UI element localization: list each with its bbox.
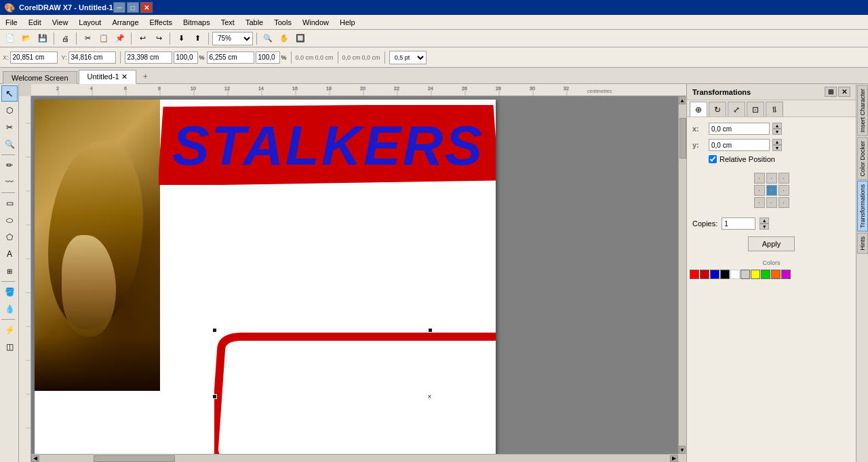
anchor-tl[interactable]: · <box>754 173 765 184</box>
vertical-scrollbar[interactable]: ▲ ▼ <box>678 96 686 454</box>
vscroll-thumb[interactable] <box>679 118 686 159</box>
hscroll-thumb[interactable] <box>94 455 175 462</box>
print-button[interactable]: 🖨 <box>58 31 73 46</box>
canvas-area[interactable]: STALKERS <box>31 96 678 454</box>
color-swatch-white[interactable] <box>730 270 740 279</box>
select-tool[interactable]: ↖ <box>1 85 18 102</box>
color-swatch-black[interactable] <box>720 270 730 279</box>
menu-file[interactable]: File <box>0 15 23 29</box>
height-input[interactable] <box>207 51 254 64</box>
maximize-button[interactable]: □ <box>127 2 139 13</box>
anchor-br[interactable]: · <box>778 197 789 208</box>
y-field-input[interactable] <box>709 139 770 151</box>
scroll-left-button[interactable]: ◀ <box>31 455 39 462</box>
tab-color-docker[interactable]: Color Docker <box>857 138 868 180</box>
smart-draw-tool[interactable]: 〰 <box>1 174 18 190</box>
anchor-tc[interactable]: · <box>766 173 777 184</box>
y-spin-down[interactable]: ▼ <box>772 145 782 151</box>
x-spin-up[interactable]: ▲ <box>772 123 782 129</box>
undo-button[interactable]: ↩ <box>135 31 150 46</box>
color-swatch-red[interactable] <box>690 270 699 279</box>
trans-tab-rotate[interactable]: ↻ <box>709 102 726 117</box>
panel-close-button[interactable]: ✕ <box>838 87 850 97</box>
menu-bitmaps[interactable]: Bitmaps <box>178 15 216 29</box>
copies-spin-up[interactable]: ▲ <box>760 217 769 224</box>
table-tool[interactable]: ⊞ <box>1 263 18 279</box>
menu-effects[interactable]: Effects <box>144 15 178 29</box>
menu-layout[interactable]: Layout <box>73 15 106 29</box>
tab-add-button[interactable]: + <box>138 70 153 83</box>
anchor-bl[interactable]: · <box>754 197 765 208</box>
height-pct-input[interactable] <box>256 51 280 64</box>
scroll-up-button[interactable]: ▲ <box>679 96 686 104</box>
copies-input[interactable] <box>722 217 755 230</box>
paste-button[interactable]: 📌 <box>113 31 127 46</box>
export-button[interactable]: ⬆ <box>190 31 205 46</box>
pan-button[interactable]: ✋ <box>277 31 292 46</box>
trans-tab-size[interactable]: ⊡ <box>747 102 764 117</box>
anchor-tr[interactable]: · <box>778 173 789 184</box>
scroll-right-button[interactable]: ▶ <box>670 455 678 462</box>
anchor-ml[interactable]: · <box>754 185 765 196</box>
menu-arrange[interactable]: Arrange <box>106 15 144 29</box>
trans-tab-skew[interactable]: ⥮ <box>766 102 783 117</box>
trans-tab-scale[interactable]: ⤢ <box>728 102 745 117</box>
zoom-select[interactable]: 75% 100% 150% <box>212 32 253 45</box>
tab-welcome[interactable]: Welcome Screen <box>3 71 77 84</box>
minimize-button[interactable]: ─ <box>113 2 125 13</box>
color-swatch-green[interactable] <box>761 270 770 279</box>
horizontal-scrollbar[interactable]: ◀ ▶ <box>31 454 678 462</box>
menu-tools[interactable]: Tools <box>269 15 297 29</box>
save-button[interactable]: 💾 <box>35 31 50 46</box>
fill-tool[interactable]: 🪣 <box>1 284 18 300</box>
open-button[interactable]: 📂 <box>19 31 34 46</box>
color-swatch-gray[interactable] <box>741 270 750 279</box>
tab-untitled1[interactable]: Untitled-1 ✕ <box>79 70 136 84</box>
tab-insert-character[interactable]: Insert Character <box>857 85 868 136</box>
redo-button[interactable]: ↪ <box>151 31 166 46</box>
copies-spin-down[interactable]: ▼ <box>760 224 769 230</box>
apply-button[interactable]: Apply <box>748 236 795 251</box>
anchor-mc[interactable]: · <box>766 185 777 196</box>
close-button[interactable]: ✕ <box>140 2 153 13</box>
width-input[interactable] <box>125 51 172 64</box>
tab-hints[interactable]: Hints <box>857 233 868 254</box>
color-swatch-darkred[interactable] <box>700 270 709 279</box>
menu-window[interactable]: Window <box>297 15 334 29</box>
new-button[interactable]: 📄 <box>3 31 18 46</box>
cut-button[interactable]: ✂ <box>80 31 95 46</box>
scroll-down-button[interactable]: ▼ <box>679 446 686 454</box>
anchor-bc[interactable]: · <box>766 197 777 208</box>
zoom-tool[interactable]: 🔍 <box>1 136 18 152</box>
crop-tool[interactable]: ✂ <box>1 119 18 135</box>
freehand-tool[interactable]: ✏ <box>1 157 18 173</box>
zoom-in-button[interactable]: 🔍 <box>260 31 275 46</box>
y-spin-up[interactable]: ▲ <box>772 139 782 145</box>
menu-help[interactable]: Help <box>334 15 361 29</box>
import-button[interactable]: ⬇ <box>174 31 189 46</box>
rect-tool[interactable]: ▭ <box>1 195 18 211</box>
y-input[interactable] <box>68 51 116 64</box>
panel-float-button[interactable]: ⊞ <box>825 87 837 97</box>
color-swatch-purple[interactable] <box>781 270 791 279</box>
menu-table[interactable]: Table <box>240 15 269 29</box>
text-tool[interactable]: A <box>1 246 18 262</box>
outline-select[interactable]: 0,5 pt 1 pt 2 pt <box>389 51 427 64</box>
menu-text[interactable]: Text <box>216 15 240 29</box>
menu-edit[interactable]: Edit <box>23 15 47 29</box>
x-spin-down[interactable]: ▼ <box>772 129 782 135</box>
interactive-tool[interactable]: ⚡ <box>1 322 18 338</box>
x-field-input[interactable] <box>709 123 770 135</box>
copy-button[interactable]: 📋 <box>96 31 111 46</box>
color-swatch-yellow[interactable] <box>751 270 760 279</box>
selected-shape[interactable]: × ® <box>214 330 496 454</box>
color-swatch-orange[interactable] <box>771 270 781 279</box>
tab-transformations[interactable]: Transformations <box>857 181 868 232</box>
ellipse-tool[interactable]: ⬭ <box>1 212 18 228</box>
polygon-tool[interactable]: ⬠ <box>1 229 18 245</box>
trans-tab-position[interactable]: ⊕ <box>690 102 707 117</box>
transparency-tool[interactable]: ◫ <box>1 339 18 355</box>
width-pct-input[interactable] <box>174 51 198 64</box>
x-input[interactable] <box>10 51 58 64</box>
snap-button[interactable]: 🔲 <box>293 31 308 46</box>
